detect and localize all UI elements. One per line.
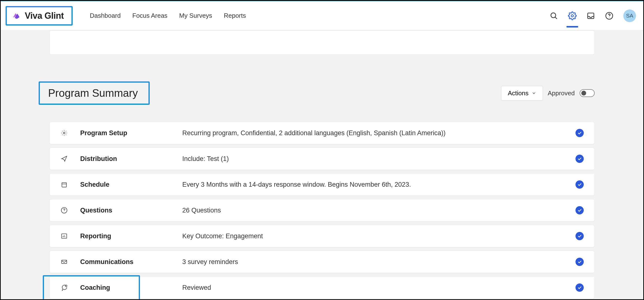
row-schedule[interactable]: Schedule Every 3 Months with a 14-days r… — [49, 173, 595, 196]
chat-icon — [60, 284, 68, 292]
summary-header-actions: Actions Approved — [501, 86, 595, 101]
row-distribution[interactable]: Distribution Include: Test (1) — [49, 148, 595, 170]
row-desc: 3 survey reminders — [182, 258, 576, 266]
top-nav: Dashboard Focus Areas My Surveys Reports — [90, 12, 246, 20]
row-desc: Key Outcome: Engagement — [182, 232, 576, 240]
check-icon — [576, 232, 584, 240]
summary-title-highlight-box: Program Summary — [39, 82, 150, 105]
brand-highlight-box: Viva Glint — [6, 6, 73, 26]
question-icon — [60, 206, 68, 214]
check-icon — [576, 180, 584, 189]
nav-my-surveys[interactable]: My Surveys — [179, 12, 212, 20]
check-icon — [576, 258, 584, 266]
svg-point-16 — [65, 285, 67, 287]
svg-point-0 — [551, 13, 556, 18]
check-icon — [576, 284, 584, 292]
row-questions[interactable]: Questions 26 Questions — [49, 199, 595, 222]
svg-point-6 — [64, 132, 65, 134]
row-title: Communications — [80, 258, 182, 266]
svg-rect-15 — [62, 260, 67, 264]
mail-icon — [60, 258, 68, 266]
search-icon[interactable] — [550, 12, 558, 20]
svg-point-2 — [571, 14, 574, 17]
approved-label: Approved — [548, 90, 575, 97]
chevron-down-icon — [532, 91, 536, 96]
svg-point-10 — [64, 212, 64, 212]
check-icon — [576, 206, 584, 214]
settings-icon[interactable] — [568, 12, 577, 20]
nav-dashboard[interactable]: Dashboard — [90, 12, 120, 20]
actions-dropdown-button[interactable]: Actions — [501, 86, 543, 101]
row-desc: Reviewed — [182, 284, 576, 292]
row-title: Schedule — [80, 181, 182, 188]
row-communications[interactable]: Communications 3 survey reminders — [49, 251, 595, 273]
calendar-icon — [60, 181, 68, 188]
svg-line-1 — [555, 17, 557, 19]
row-program-setup[interactable]: Program Setup Recurring program, Confide… — [49, 122, 595, 144]
nav-reports[interactable]: Reports — [224, 12, 246, 20]
inbox-icon[interactable] — [586, 12, 595, 20]
row-title: Program Setup — [80, 129, 182, 137]
row-desc: Recurring program, Confidential, 2 addit… — [182, 129, 576, 137]
row-title: Reporting — [80, 232, 182, 240]
nav-focus-areas[interactable]: Focus Areas — [132, 12, 168, 20]
actions-button-label: Actions — [508, 90, 528, 97]
check-icon — [576, 129, 584, 137]
summary-rows: Program Setup Recurring program, Confide… — [49, 122, 595, 299]
chart-icon — [60, 232, 68, 240]
section-title: Program Summary — [48, 87, 138, 99]
app-header: Viva Glint Dashboard Focus Areas My Surv… — [1, 1, 643, 30]
row-title: Coaching — [80, 284, 182, 292]
viva-glint-logo-icon — [12, 12, 20, 20]
row-reporting[interactable]: Reporting Key Outcome: Engagement — [49, 225, 595, 247]
row-desc: 26 Questions — [182, 207, 576, 214]
svg-point-5 — [609, 17, 610, 18]
row-title: Questions — [80, 207, 182, 214]
approved-toggle[interactable] — [580, 89, 595, 97]
brand-name: Viva Glint — [25, 11, 64, 21]
row-coaching[interactable]: Coaching Reviewed — [49, 276, 595, 299]
summary-header: Program Summary Actions Approved — [49, 82, 595, 105]
send-icon — [60, 155, 68, 163]
row-desc: Include: Test (1) — [182, 155, 576, 163]
svg-rect-7 — [62, 182, 66, 187]
check-icon — [576, 154, 584, 163]
row-title: Distribution — [80, 155, 182, 163]
row-desc: Every 3 Months with a 14-days response w… — [182, 181, 576, 188]
avatar[interactable]: SA — [623, 10, 636, 22]
preceding-card-placeholder — [49, 30, 595, 55]
header-icon-group: SA — [550, 10, 636, 22]
gear-icon — [60, 129, 68, 137]
help-icon[interactable] — [605, 12, 614, 20]
page-content: Program Summary Actions Approved Program… — [1, 30, 643, 300]
